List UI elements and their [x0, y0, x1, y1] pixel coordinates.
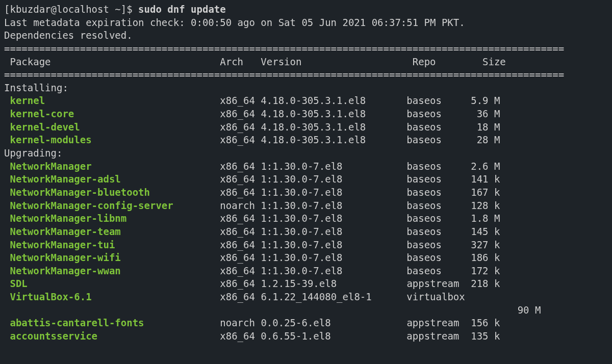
section-upgrading: Upgrading:	[4, 147, 62, 159]
section-installing: Installing:	[4, 82, 68, 93]
package-row: SDL x86_64 1.2.15-39.el8 appstream 218 k	[4, 278, 500, 289]
terminal-output[interactable]: [kbuzdar@localhost ~]$ sudo dnf update L…	[0, 0, 612, 346]
package-row-size-only: 90 M	[4, 304, 541, 316]
shell-prompt: [kbuzdar@localhost ~]$ sudo dnf update	[4, 4, 226, 15]
package-row: NetworkManager-wifi x86_64 1:1.30.0-7.el…	[4, 252, 500, 263]
package-row: NetworkManager-tui x86_64 1:1.30.0-7.el8…	[4, 239, 500, 250]
package-row: NetworkManager-bluetooth x86_64 1:1.30.0…	[4, 187, 500, 198]
metadata-line: Last metadata expiration check: 0:00:50 …	[4, 17, 465, 28]
package-row: NetworkManager-adsl x86_64 1:1.30.0-7.el…	[4, 173, 500, 185]
package-row: NetworkManager-team x86_64 1:1.30.0-7.el…	[4, 226, 500, 237]
package-row: kernel x86_64 4.18.0-305.3.1.el8 baseos …	[4, 95, 500, 106]
column-headers: Package Arch Version Repo Size	[4, 56, 506, 67]
deps-line: Dependencies resolved.	[4, 30, 133, 41]
separator-bottom: ========================================…	[4, 69, 564, 80]
package-row: kernel-modules x86_64 4.18.0-305.3.1.el8…	[4, 134, 500, 145]
package-row: kernel-core x86_64 4.18.0-305.3.1.el8 ba…	[4, 108, 500, 119]
package-row: abattis-cantarell-fonts noarch 0.0.25-6.…	[4, 317, 500, 328]
package-row: NetworkManager-libnm x86_64 1:1.30.0-7.e…	[4, 213, 500, 224]
package-row: kernel-devel x86_64 4.18.0-305.3.1.el8 b…	[4, 121, 500, 133]
command-text: sudo dnf update	[138, 4, 226, 15]
package-row: NetworkManager-config-server noarch 1:1.…	[4, 200, 500, 211]
package-row: VirtualBox-6.1 x86_64 6.1.22_144080_el8-…	[4, 291, 465, 302]
separator-top: ========================================…	[4, 43, 564, 54]
package-row: accountsservice x86_64 0.6.55-1.el8 apps…	[4, 330, 500, 342]
package-row: NetworkManager x86_64 1:1.30.0-7.el8 bas…	[4, 161, 500, 172]
package-row: NetworkManager-wwan x86_64 1:1.30.0-7.el…	[4, 265, 500, 276]
